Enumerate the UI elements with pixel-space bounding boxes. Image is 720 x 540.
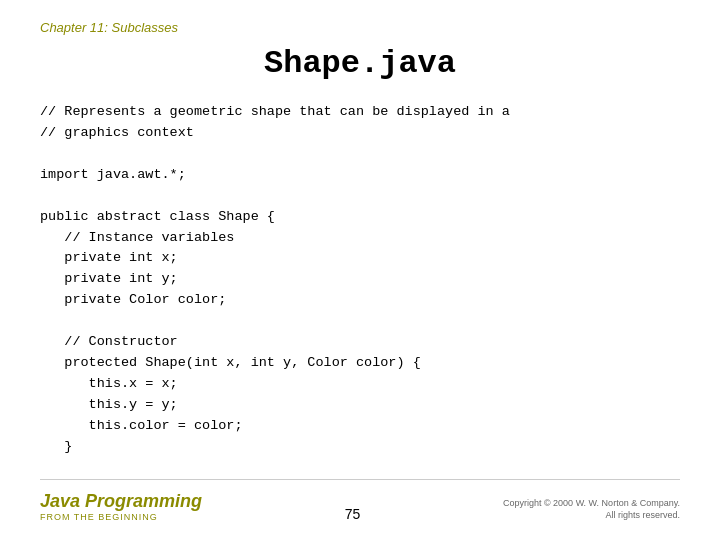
code-line-1: // Represents a geometric shape that can…	[40, 104, 510, 119]
code-line-9: private int y;	[40, 271, 178, 286]
code-line-12: // Constructor	[40, 334, 178, 349]
code-line-16: this.color = color;	[40, 418, 243, 433]
code-line-8: private int x;	[40, 250, 178, 265]
code-line-10: private Color color;	[40, 292, 226, 307]
slide-container: Chapter 11: Subclasses Shape.java // Rep…	[0, 0, 720, 540]
slide-title: Shape.java	[40, 45, 680, 82]
code-line-4: import java.awt.*;	[40, 167, 186, 182]
footer-copyright-line1: Copyright © 2000 W. W. Norton & Company.	[503, 497, 680, 510]
code-line-7: // Instance variables	[40, 230, 234, 245]
footer-logo-main: Java Programming	[40, 491, 202, 512]
code-line-6: public abstract class Shape {	[40, 209, 275, 224]
footer: Java Programming FROM THE BEGINNING 75 C…	[40, 491, 680, 522]
footer-copyright: Copyright © 2000 W. W. Norton & Company.…	[503, 497, 680, 522]
code-line-13: protected Shape(int x, int y, Color colo…	[40, 355, 421, 370]
footer-divider	[40, 479, 680, 480]
footer-logo-sub: FROM THE BEGINNING	[40, 512, 202, 522]
chapter-title: Chapter 11: Subclasses	[40, 20, 680, 35]
footer-page-number: 75	[345, 506, 361, 522]
code-block: // Represents a geometric shape that can…	[40, 102, 680, 458]
code-line-17: }	[40, 439, 72, 454]
code-line-15: this.y = y;	[40, 397, 178, 412]
code-line-2: // graphics context	[40, 125, 194, 140]
footer-copyright-line2: All rights reserved.	[503, 509, 680, 522]
code-line-14: this.x = x;	[40, 376, 178, 391]
footer-logo: Java Programming FROM THE BEGINNING	[40, 491, 202, 522]
